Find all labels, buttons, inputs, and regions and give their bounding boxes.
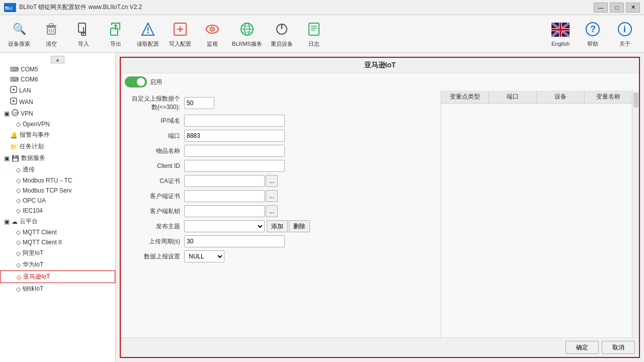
sidebar-item-huawei[interactable]: ◇ 华为IoT <box>0 259 115 270</box>
svg-point-20 <box>212 28 213 30</box>
sidebar-item-modbus-tcp[interactable]: ◇ Modbus TCP Serv <box>0 186 115 196</box>
data-report-select[interactable]: NULL <box>184 250 224 262</box>
export-label: 导出 <box>110 40 121 48</box>
publish-topic-label: 发布主题 <box>129 222 184 231</box>
sidebar-item-modbus-rtu[interactable]: ◇ Modbus RTU→TC <box>0 175 115 186</box>
toolbar-import[interactable]: 导入 <box>68 18 99 50</box>
client-key-browse-button[interactable]: ... <box>266 205 278 217</box>
svg-text:VPN: VPN <box>13 112 19 115</box>
custom-count-input[interactable] <box>184 97 214 109</box>
sidebar-item-com6[interactable]: ⌨ COM6 <box>0 74 115 84</box>
minimize-button[interactable]: — <box>594 3 608 13</box>
upload-cycle-input[interactable] <box>184 235 285 247</box>
log-icon <box>305 20 323 38</box>
thing-name-label: 物品名称 <box>129 147 184 155</box>
english-button[interactable]: English <box>545 18 576 50</box>
app-logo: BLI <box>4 3 16 12</box>
client-id-input[interactable] <box>184 160 285 172</box>
thing-name-input[interactable] <box>184 145 285 157</box>
client-cert-browse-button[interactable]: ... <box>266 190 278 202</box>
port-input[interactable] <box>184 130 285 142</box>
about-icon: i <box>616 20 634 38</box>
ca-cert-input[interactable] <box>184 175 265 187</box>
confirm-button[interactable]: 确定 <box>566 341 599 354</box>
iec104-icon: ◇ <box>16 207 21 214</box>
toggle-track <box>125 76 147 87</box>
client-key-row: 客户端私钥 ... <box>129 205 433 217</box>
delete-topic-button[interactable]: 删除 <box>289 220 310 232</box>
col-type: 变量点类型 <box>441 90 489 103</box>
publish-topic-select[interactable] <box>184 220 265 232</box>
col-varname: 变量名称 <box>585 90 632 103</box>
sidebar-item-schedule[interactable]: 📁 任务计划 <box>0 141 115 152</box>
enable-label: 启用 <box>150 78 162 86</box>
sidebar-item-iec104[interactable]: ◇ IEC104 <box>0 206 115 216</box>
export-icon <box>107 20 125 38</box>
port-row: 端口 <box>129 130 433 142</box>
client-cert-label: 客户端证书 <box>129 192 184 201</box>
toolbar-blrms[interactable]: BLRMS服务 <box>229 18 265 50</box>
sidebar-item-cloud[interactable]: ▣ ☁ 云平台 <box>0 216 115 227</box>
sidebar-item-vpn[interactable]: ▣ VPN VPN <box>0 108 115 119</box>
sidebar-item-mqtt[interactable]: ◇ MQTT Client <box>0 227 115 237</box>
com5-icon: ⌨ <box>10 66 19 73</box>
ip-input[interactable] <box>184 115 285 127</box>
svg-rect-40 <box>559 23 561 37</box>
clear-label: 清空 <box>46 40 57 48</box>
maximize-button[interactable]: □ <box>610 3 624 13</box>
read-config-label: 读取配置 <box>137 40 159 48</box>
clear-icon <box>42 20 60 38</box>
help-button[interactable]: ? 帮助 <box>578 18 608 50</box>
about-button[interactable]: i 关于 <box>610 18 640 50</box>
table-header: 变量点类型 端口 设备 变量名称 <box>441 90 632 104</box>
wan-icon <box>10 98 17 106</box>
enable-toggle[interactable] <box>125 76 147 87</box>
cancel-button[interactable]: 取消 <box>602 341 635 354</box>
openvpn-icon: ◇ <box>16 121 21 128</box>
toolbar-export[interactable]: 导出 <box>101 18 131 50</box>
transparent-icon: ◇ <box>16 166 21 173</box>
blrms-label: BLRMS服务 <box>232 40 262 48</box>
toolbar-monitor[interactable]: 监视 <box>197 18 227 50</box>
ca-cert-browse-button[interactable]: ... <box>266 175 278 187</box>
data-report-row: 数据上报设置 NULL <box>129 250 433 262</box>
sidebar-item-wan[interactable]: WAN <box>0 96 115 108</box>
client-cert-input[interactable] <box>184 190 265 202</box>
sidebar-item-other[interactable]: ◇ 钡铼IoT <box>0 283 115 295</box>
add-topic-button[interactable]: 添加 <box>267 220 288 232</box>
toolbar-write-config[interactable]: 写入配置 <box>165 18 195 50</box>
sidebar-item-openvpn[interactable]: ◇ OpenVPN <box>0 119 115 129</box>
client-key-input[interactable] <box>184 205 265 217</box>
sidebar-item-lan[interactable]: LAN <box>0 84 115 96</box>
restart-icon <box>273 20 291 38</box>
client-cert-row: 客户端证书 ... <box>129 190 433 202</box>
ca-cert-row: CA证书 ... <box>129 175 433 187</box>
sidebar-item-opc-ua[interactable]: ◇ OPC UA <box>0 196 115 206</box>
sidebar-item-alerts[interactable]: 🔔 报警与事件 <box>0 129 115 141</box>
modbus-rtu-icon: ◇ <box>16 177 21 184</box>
toolbar-clear[interactable]: 清空 <box>36 18 66 50</box>
import-label: 导入 <box>78 40 89 48</box>
right-scrollbar[interactable] <box>632 90 639 337</box>
toolbar-log[interactable]: 日志 <box>299 18 329 50</box>
scroll-up-button[interactable]: ▲ <box>51 56 65 63</box>
publish-topic-row: 发布主题 添加 删除 <box>129 220 433 232</box>
vpn-expand-icon: ▣ <box>4 110 10 117</box>
toolbar-device-search[interactable]: 🔍 设备搜索 <box>4 18 34 50</box>
sidebar-item-com5[interactable]: ⌨ COM5 <box>0 64 115 74</box>
app-title: BLIIoT 锁锭网关配置软件 www.BLIIoT.cn V2.2 <box>19 3 142 12</box>
toolbar: 🔍 设备搜索 清空 导入 <box>0 15 644 53</box>
toolbar-read-config[interactable]: 读取配置 <box>133 18 163 50</box>
svg-rect-10 <box>111 28 118 35</box>
sidebar-item-data-service[interactable]: ▣ 💾 数据服务 <box>0 152 115 164</box>
toolbar-restart[interactable]: 重启设备 <box>267 18 297 50</box>
sidebar-item-aliyun[interactable]: ◇ 阿里IoT <box>0 247 115 259</box>
sidebar-item-transparent[interactable]: ◇ 透传 <box>0 164 115 175</box>
sidebar-item-amazon[interactable]: ◇ 亚马逊IoT <box>0 270 115 283</box>
title-bar-left: BLI BLIIoT 锁锭网关配置软件 www.BLIIoT.cn V2.2 <box>4 3 142 12</box>
blrms-icon <box>238 20 256 38</box>
close-button[interactable]: ✕ <box>626 3 640 13</box>
device-search-icon: 🔍 <box>10 20 28 38</box>
scroll-up[interactable]: ▲ <box>0 55 115 64</box>
sidebar-item-mqtt2[interactable]: ◇ MQTT Client II <box>0 237 115 247</box>
